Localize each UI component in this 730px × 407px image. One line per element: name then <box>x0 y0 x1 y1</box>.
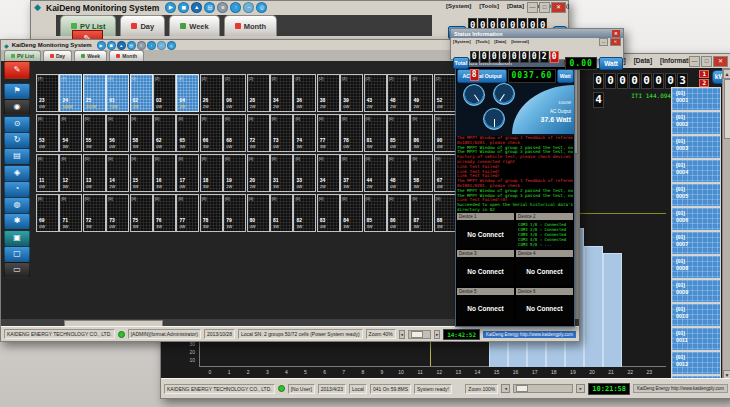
pv-panel-tile[interactable]: [0]770W <box>176 194 199 232</box>
zoom-out-icon[interactable]: ◄ <box>501 384 510 393</box>
pv-panel-tile[interactable]: [0]130W <box>83 154 106 192</box>
scroll-thumb[interactable] <box>724 79 730 139</box>
close-button[interactable]: ✕ <box>551 2 566 13</box>
pv-list-scrollbar[interactable]: ▲ ▼ <box>722 68 730 381</box>
pv-panel-tile[interactable]: [0]553W <box>83 114 106 152</box>
vendor-link[interactable]: KaiDeng Energy http://www.kaidengply.com <box>633 384 728 393</box>
vendor-link[interactable]: KaiDeng Energy http://www.kaidengply.com <box>483 331 576 338</box>
camera-button[interactable]: ▣ <box>4 230 30 246</box>
device-cell[interactable]: Device 6No Connect <box>516 288 573 323</box>
pv-panel-tile[interactable]: [0]863W <box>410 114 433 152</box>
pv-panel-tile[interactable]: [0]480W <box>387 154 410 192</box>
maximize-button[interactable]: □ <box>539 2 550 13</box>
pv-panel-tile[interactable]: [2]382W <box>317 74 340 112</box>
pv-list-item[interactable]: [01]0012 <box>671 351 721 375</box>
stop-icon[interactable]: ◼ <box>178 2 189 13</box>
target-icon[interactable]: ◎ <box>167 41 176 50</box>
pv-list-item[interactable]: [01]0001 <box>671 87 721 111</box>
pv-panel-tile[interactable]: [0]850W <box>387 114 410 152</box>
power-button[interactable]: ⊙ <box>4 116 30 132</box>
device-cell[interactable]: Device 2COM3 1/8 : ConnectedCOM3 2/8 : C… <box>516 213 573 248</box>
pv-list-item[interactable]: [01]0010 <box>671 303 721 327</box>
pv-panel-tile[interactable]: [0]780W <box>340 114 363 152</box>
play-icon[interactable]: ▶ <box>165 2 176 13</box>
menu-interval[interactable]: [Interval] <box>511 39 529 44</box>
pv-panel-tile[interactable]: [0]202W <box>247 154 270 192</box>
pv-panel-tile[interactable]: [0]620W <box>153 114 176 152</box>
pv-panel-tile[interactable]: [0]873W <box>410 194 433 232</box>
minus-icon[interactable]: − <box>157 41 166 50</box>
edit-tool-button[interactable]: ✎ <box>4 61 30 79</box>
menu-data[interactable]: [Data] <box>507 3 524 9</box>
scroll-up-icon[interactable]: ▲ <box>723 69 730 79</box>
pv-panel-tile[interactable]: [2]482W <box>387 74 410 112</box>
pv-panel-tile[interactable]: [0]713W <box>59 194 82 232</box>
status-popup-window[interactable]: Status Information ✕ [System][Tools][Dat… <box>450 28 624 60</box>
pv-panel-tile[interactable]: [0]730W <box>270 114 293 152</box>
pv-panel-tile[interactable]: [2]030W <box>153 74 176 112</box>
tab-day[interactable]: Day <box>43 50 72 61</box>
menu-system[interactable]: [System] <box>453 39 471 44</box>
menu-tools[interactable]: [Tools] <box>476 39 490 44</box>
device-cell[interactable]: Device 3No Connect <box>457 250 514 285</box>
pv-panel-tile[interactable]: [2]042W <box>176 74 199 112</box>
pv-panel-tile[interactable]: [2]022W <box>130 74 153 112</box>
pv-panel-tile[interactable]: [2]342W <box>270 74 293 112</box>
pv-list-item[interactable]: [01]0011 <box>671 327 721 351</box>
pv-list-item[interactable]: [01]0009 <box>671 279 721 303</box>
pv-panel-tile[interactable]: [2]060W <box>223 74 246 112</box>
target-icon[interactable]: ◎ <box>256 2 267 13</box>
pv-list-item[interactable]: [01]0005 <box>671 183 721 207</box>
pv-panel-tile[interactable]: [0]153W <box>130 154 153 192</box>
pv-panel-tile[interactable]: [0]690W <box>36 194 59 232</box>
pv-panel-tile[interactable]: [0]753W <box>130 194 153 232</box>
pv-panel-tile[interactable]: [0]730W <box>106 194 129 232</box>
tab-week[interactable]: Week <box>169 15 219 36</box>
pv-panel-tile[interactable]: [0]583W <box>410 154 433 192</box>
lock-icon[interactable]: ▲ <box>191 2 202 13</box>
pv-panel-tile[interactable]: [0]123W <box>59 154 82 192</box>
minus-icon[interactable]: − <box>243 2 254 13</box>
pv-panel-tile[interactable]: [2]492W <box>410 74 433 112</box>
pv-panel-tile[interactable]: [0]853W <box>364 194 387 232</box>
report-button[interactable]: ▤ <box>4 148 30 164</box>
pv-panel-tile[interactable]: [0]793W <box>223 194 246 232</box>
tab-pv-list[interactable]: PV List <box>4 50 41 61</box>
zoom-slider[interactable] <box>513 384 573 393</box>
pv-panel-tile[interactable]: [0]723W <box>247 114 270 152</box>
lock-icon[interactable]: ▲ <box>117 41 126 50</box>
pv-panel-tile[interactable]: [0]560W <box>106 114 129 152</box>
pv-panel-tile[interactable]: [0]670W <box>434 154 457 192</box>
play-icon[interactable]: ▶ <box>97 41 106 50</box>
pv-panel-tile[interactable]: [0]192W <box>223 154 246 192</box>
tab-month[interactable]: Month <box>109 50 144 61</box>
pv-panel-tile[interactable]: [0]330W <box>293 154 316 192</box>
close-icon[interactable]: ✕ <box>612 30 620 37</box>
pv-panel-tile[interactable]: [0]142W <box>106 154 129 192</box>
pv-panel-tile[interactable]: [2]282W <box>247 74 270 112</box>
network-button[interactable]: ◍ <box>4 197 30 213</box>
pv-list-item[interactable]: [01]0003 <box>671 135 721 159</box>
flag-button[interactable]: ⚑ <box>4 83 30 99</box>
display-button[interactable]: ▭ <box>4 262 30 278</box>
zoom-slider-thumb[interactable] <box>516 385 528 392</box>
pv-panel-tile[interactable]: [0]900W <box>434 114 457 152</box>
pv-panel-tile[interactable]: [0]883W <box>434 194 457 232</box>
history-button[interactable]: ◔ <box>4 181 30 197</box>
list-icon[interactable]: ≡ <box>137 41 146 50</box>
stop-icon[interactable]: ◼ <box>107 41 116 50</box>
zoom-in-icon[interactable]: ► <box>576 384 585 393</box>
menu-data[interactable]: [Data] <box>494 39 506 44</box>
pv-panel-tile[interactable]: [0]783W <box>200 194 223 232</box>
pin-icon[interactable]: ↑ <box>147 41 156 50</box>
pv-panel-tile[interactable]: [0]830W <box>317 194 340 232</box>
pv-panel-tile[interactable]: [0]373W <box>340 154 363 192</box>
pv-panel-tile[interactable]: [0]183W <box>200 154 223 192</box>
pv-panel-tile[interactable]: [7]25252W <box>83 74 106 112</box>
alarm-button[interactable]: ◈ <box>4 165 30 181</box>
monitor-button[interactable]: ▢ <box>4 246 30 262</box>
pv-panel-tile[interactable]: [0]110W <box>36 154 59 192</box>
pv-panel-tile[interactable]: [0]860W <box>387 194 410 232</box>
status-information-panel[interactable]: Status Information ✕ AC Total Output 003… <box>455 57 575 327</box>
menu-system[interactable]: [System] <box>446 3 471 9</box>
